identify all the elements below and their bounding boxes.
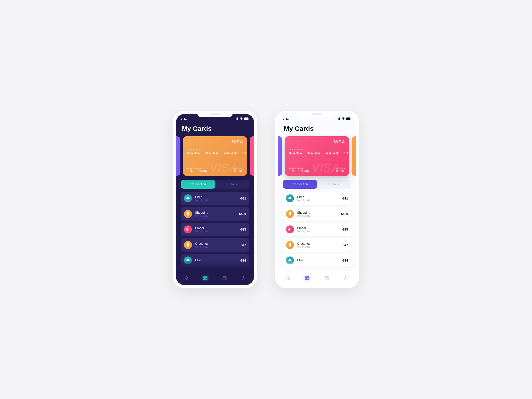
transaction-amount: -$580	[340, 212, 348, 216]
screen-light: 9:41 My Cards A /20 VISA CARD NUMBER ✶✶✶…	[278, 114, 356, 285]
nav-wallet[interactable]	[222, 275, 228, 281]
transaction-name: Shopping	[297, 211, 340, 214]
car-icon	[184, 256, 192, 265]
notch	[299, 111, 335, 117]
transaction-list[interactable]: Uber Dec 11, 2017 -$21 Shopping Dec 08, …	[278, 189, 356, 268]
card-number-label: CARD NUMBER	[289, 149, 345, 150]
page-title: My Cards	[176, 122, 254, 136]
bag-icon	[184, 210, 192, 218]
nav-home[interactable]	[183, 275, 189, 281]
battery-icon	[244, 117, 249, 120]
transaction-date: Dec 05, 2017	[297, 246, 342, 248]
transaction-name: Uber	[195, 259, 240, 262]
transaction-date: Dec 08, 2017	[297, 215, 340, 217]
transaction-amount: -$34	[342, 259, 348, 262]
transaction-date: Dec 11, 2017	[195, 199, 240, 202]
page-title: My Cards	[278, 122, 356, 136]
notch	[197, 111, 233, 117]
tabs: Transaction Details	[283, 180, 351, 189]
card-carousel[interactable]: A /20 VISA CARD NUMBER ✶✶✶✶ ✶✶✶✶ ✶✶✶✶ 63…	[278, 136, 356, 176]
bottom-nav	[176, 271, 254, 285]
svg-point-5	[226, 278, 226, 279]
transaction-row[interactable]: Uber -$34	[181, 254, 249, 267]
status-time: 9:41	[283, 117, 289, 120]
tab-details[interactable]: Details	[215, 180, 249, 189]
svg-point-12	[328, 278, 328, 279]
card-holder: ERIK JONSON	[289, 170, 309, 173]
bag-icon	[184, 241, 192, 249]
card-next[interactable]: ✶✶ CARD HOLDERERI	[352, 136, 356, 176]
nav-cards[interactable]	[202, 275, 208, 281]
transaction-date: Dec 08, 2017	[195, 215, 238, 217]
card-next[interactable]: ✶✶ CARD HOLDERERI	[250, 136, 254, 176]
nav-profile[interactable]	[241, 275, 247, 281]
status-icons	[337, 117, 351, 120]
nav-profile[interactable]	[343, 275, 349, 281]
nav-wallet[interactable]	[324, 275, 330, 281]
card-expires-label: EXPIRES	[234, 167, 243, 169]
transaction-date: Dec 11, 2017	[297, 199, 342, 202]
transaction-row[interactable]: Uber Dec 11, 2017 -$21	[181, 192, 249, 205]
card-prev[interactable]: A /20	[278, 136, 282, 176]
transaction-amount: -$35	[342, 228, 348, 231]
svg-rect-7	[346, 117, 350, 120]
card-prev[interactable]: A /20	[176, 136, 180, 176]
car-icon	[286, 256, 294, 265]
transaction-row[interactable]: Dinner Dec 07, 2017 -$35	[181, 223, 249, 236]
status-time: 9:41	[181, 117, 187, 120]
screen-dark: 9:41 My Cards A /20 VISA CARD NUMBER ✶✶✶…	[176, 114, 254, 285]
transaction-amount: -$21	[342, 197, 348, 200]
transaction-name: Groceries	[195, 242, 240, 245]
phone-light: 9:41 My Cards A /20 VISA CARD NUMBER ✶✶✶…	[275, 111, 359, 288]
tab-transaction[interactable]: Transaction	[283, 180, 317, 189]
transaction-name: Dinner	[297, 226, 342, 230]
nav-home[interactable]	[285, 275, 291, 281]
battery-icon	[346, 117, 351, 120]
transaction-name: Uber	[297, 259, 342, 262]
svg-rect-9	[305, 277, 309, 279]
transaction-name: Shopping	[195, 211, 238, 214]
transaction-amount: -$47	[240, 243, 246, 247]
transaction-row[interactable]: Groceries Dec 05, 2017 -$47	[181, 238, 249, 252]
card-main[interactable]: VISA CARD NUMBER ✶✶✶✶ ✶✶✶✶ ✶✶✶✶ 6324 VIS…	[183, 136, 247, 176]
status-icons	[235, 117, 249, 120]
transaction-row[interactable]: Uber -$34	[283, 254, 351, 267]
signal-icon	[337, 117, 340, 120]
card-carousel[interactable]: A /20 VISA CARD NUMBER ✶✶✶✶ ✶✶✶✶ ✶✶✶✶ 63…	[176, 136, 254, 176]
transaction-row[interactable]: Uber Dec 11, 2017 -$21	[283, 192, 351, 205]
card-expires: 08/20	[336, 170, 345, 173]
transaction-amount: -$47	[342, 243, 348, 247]
nav-cards[interactable]	[304, 275, 310, 281]
transaction-list[interactable]: Uber Dec 11, 2017 -$21 Shopping Dec 08, …	[176, 189, 254, 268]
transaction-row[interactable]: Groceries Dec 05, 2017 -$47	[283, 238, 351, 252]
tab-details[interactable]: Details	[317, 180, 351, 189]
svg-point-13	[345, 276, 347, 278]
transaction-row[interactable]: Dinner Dec 07, 2017 -$35	[283, 223, 351, 236]
wifi-icon	[342, 117, 345, 120]
transaction-date: Dec 07, 2017	[195, 230, 240, 233]
transaction-date: Dec 05, 2017	[195, 246, 240, 248]
transaction-row[interactable]: Shopping Dec 08, 2017 -$580	[283, 207, 351, 221]
transaction-name: Dinner	[195, 226, 240, 230]
card-number: ✶✶✶✶ ✶✶✶✶ ✶✶✶✶ 6324	[187, 151, 243, 156]
svg-rect-0	[244, 117, 248, 120]
transaction-amount: -$580	[238, 212, 246, 216]
tab-transaction[interactable]: Transaction	[181, 180, 215, 189]
phone-dark: 9:41 My Cards A /20 VISA CARD NUMBER ✶✶✶…	[173, 111, 257, 288]
tabs: Transaction Details	[181, 180, 249, 189]
bottom-nav	[278, 271, 356, 285]
svg-rect-1	[249, 118, 249, 119]
card-brand: VISA	[187, 139, 243, 145]
svg-rect-8	[351, 118, 351, 119]
card-holder-label: CARD HOLDER	[289, 167, 309, 169]
card-number: ✶✶✶✶ ✶✶✶✶ ✶✶✶✶ 6324	[289, 151, 345, 156]
card-brand: VISA	[289, 139, 345, 145]
transaction-amount: -$21	[240, 197, 246, 200]
svg-rect-2	[203, 277, 207, 279]
transaction-row[interactable]: Shopping Dec 08, 2017 -$580	[181, 207, 249, 221]
signal-icon	[235, 117, 238, 120]
card-expires-label: EXPIRES	[336, 167, 345, 169]
transaction-amount: -$35	[240, 228, 246, 231]
food-icon	[286, 225, 294, 234]
card-main[interactable]: VISA CARD NUMBER ✶✶✶✶ ✶✶✶✶ ✶✶✶✶ 6324 VIS…	[285, 136, 349, 176]
